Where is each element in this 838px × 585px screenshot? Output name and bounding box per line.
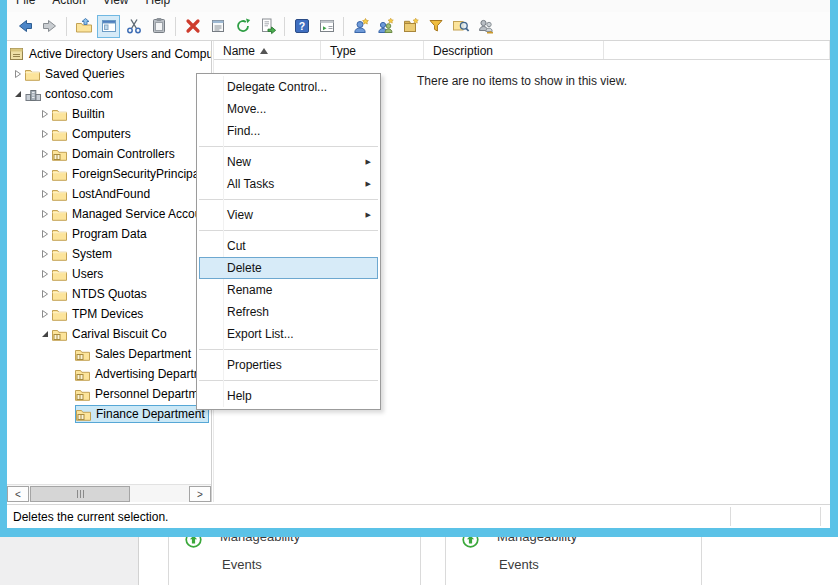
folder-icon <box>52 288 69 301</box>
menu-item-rename[interactable]: Rename <box>197 279 380 301</box>
tree-item-carival-biscuit-co[interactable]: Carival Biscuit Co <box>7 324 211 344</box>
tree-item-computers[interactable]: Computers <box>7 124 211 144</box>
delegate-control-icon[interactable] <box>474 15 497 38</box>
tree-item-label: Active Directory Users and Computers <box>26 46 211 62</box>
tree-horizontal-scrollbar[interactable]: < > <box>7 484 211 502</box>
menu-item-view[interactable]: View▶ <box>197 204 380 226</box>
column-header-type[interactable]: Type <box>321 41 424 59</box>
menu-help[interactable]: Help <box>146 0 171 7</box>
forward-icon[interactable] <box>38 15 61 38</box>
expander-collapsed-icon[interactable] <box>11 69 25 79</box>
folder-icon <box>25 68 42 81</box>
aduc-window: File Action View Help <box>0 0 838 537</box>
expander-collapsed-icon[interactable] <box>38 269 52 279</box>
expander-collapsed-icon[interactable] <box>38 169 52 179</box>
new-user-icon[interactable] <box>349 15 372 38</box>
menu-view[interactable]: View <box>103 0 129 7</box>
tree-item-managed-service-accounts[interactable]: Managed Service Accounts <box>7 204 211 224</box>
column-header-name[interactable]: Name <box>214 41 321 59</box>
domain-icon <box>25 87 42 101</box>
cut-icon[interactable] <box>122 15 145 38</box>
menu-file[interactable]: File <box>16 0 35 7</box>
menu-separator <box>199 349 378 350</box>
expander-collapsed-icon[interactable] <box>38 189 52 199</box>
menu-item-refresh[interactable]: Refresh <box>197 301 380 323</box>
tree-item-domain-controllers[interactable]: Domain Controllers <box>7 144 211 164</box>
folder-icon <box>52 128 69 141</box>
refresh-icon[interactable] <box>231 15 254 38</box>
expander-collapsed-icon[interactable] <box>38 109 52 119</box>
column-header-label: Name <box>223 44 255 58</box>
tree-item-program-data[interactable]: Program Data <box>7 224 211 244</box>
status-text: Deletes the current selection. <box>13 510 168 524</box>
menu-item-label: All Tasks <box>227 177 274 191</box>
expander-collapsed-icon[interactable] <box>38 229 52 239</box>
paste-icon[interactable] <box>147 15 170 38</box>
back-icon[interactable] <box>13 15 36 38</box>
tree-item-finance-department[interactable]: Finance Department <box>7 404 211 424</box>
tree-item-advertising-department[interactable]: Advertising Department <box>7 364 211 384</box>
menu-item-help[interactable]: Help <box>197 385 380 407</box>
expander-collapsed-icon[interactable] <box>38 149 52 159</box>
delete-icon[interactable] <box>181 15 204 38</box>
new-group-icon[interactable] <box>374 15 397 38</box>
tree-item-label: Computers <box>69 126 134 142</box>
ou-folder-icon <box>75 368 92 381</box>
menu-separator <box>199 380 378 381</box>
status-bar-divider <box>820 507 821 526</box>
filter-icon[interactable] <box>424 15 447 38</box>
menu-item-delete[interactable]: Delete <box>199 257 378 279</box>
column-header-description[interactable]: Description <box>424 41 604 59</box>
scrollbar-thumb[interactable] <box>30 486 130 502</box>
expander-expanded-icon[interactable] <box>11 89 25 99</box>
menu-item-export-list[interactable]: Export List... <box>197 323 380 345</box>
menu-action[interactable]: Action <box>52 0 85 7</box>
menu-item-move[interactable]: Move... <box>197 98 380 120</box>
menu-item-find[interactable]: Find... <box>197 120 380 142</box>
expander-collapsed-icon[interactable] <box>38 289 52 299</box>
new-organizational-unit-icon[interactable] <box>399 15 422 38</box>
tree-item-label: Managed Service Accounts <box>69 206 211 222</box>
expander-collapsed-icon[interactable] <box>38 209 52 219</box>
expander-collapsed-icon[interactable] <box>38 309 52 319</box>
tile-events-link[interactable]: Events <box>499 557 539 572</box>
properties-icon[interactable] <box>206 15 229 38</box>
tree-item-domain[interactable]: contoso.com <box>7 84 211 104</box>
background-left-panel <box>0 537 139 585</box>
folder-icon <box>52 208 69 221</box>
tile-events-link[interactable]: Events <box>222 557 262 572</box>
selected-tree-item[interactable]: Finance Department <box>75 405 209 423</box>
tree-item-saved-queries[interactable]: Saved Queries <box>7 64 211 84</box>
tree-item-sales-department[interactable]: Sales Department <box>7 344 211 364</box>
screen: Manageability Events Manageability Event… <box>0 0 838 585</box>
tree-item-tpm-devices[interactable]: TPM Devices <box>7 304 211 324</box>
list-header: Name Type Description <box>214 41 830 60</box>
menu-item-label: New <box>227 155 251 169</box>
tree-item-personnel-department[interactable]: Personnel Department <box>7 384 211 404</box>
tree-item-builtin[interactable]: Builtin <box>7 104 211 124</box>
expander-collapsed-icon[interactable] <box>38 249 52 259</box>
help-icon[interactable]: ? <box>290 15 313 38</box>
menu-item-all-tasks[interactable]: All Tasks▶ <box>197 173 380 195</box>
tree-item-label: Personnel Department <box>92 386 211 402</box>
export-list-icon[interactable] <box>256 15 279 38</box>
expander-collapsed-icon[interactable] <box>38 129 52 139</box>
menu-item-delegate-control[interactable]: Delegate Control... <box>197 76 380 98</box>
ou-folder-icon <box>52 148 69 161</box>
show-console-tree-icon[interactable] <box>97 15 120 38</box>
scroll-left-button[interactable]: < <box>7 486 29 502</box>
scroll-right-button[interactable]: > <box>189 486 211 502</box>
tree-item-ntds-quotas[interactable]: NTDS Quotas <box>7 284 211 304</box>
find-icon[interactable] <box>449 15 472 38</box>
menu-item-cut[interactable]: Cut <box>197 235 380 257</box>
tree-item-lostandfound[interactable]: LostAndFound <box>7 184 211 204</box>
tree-item-foreignsecurityprincipals[interactable]: ForeignSecurityPrincipals <box>7 164 211 184</box>
tree-item-system[interactable]: System <box>7 244 211 264</box>
menu-item-new[interactable]: New▶ <box>197 151 380 173</box>
expander-expanded-icon[interactable] <box>38 329 52 339</box>
menu-item-properties[interactable]: Properties <box>197 354 380 376</box>
tree-item-users[interactable]: Users <box>7 264 211 284</box>
show-action-pane-icon[interactable] <box>315 15 338 38</box>
tree-item-root[interactable]: Active Directory Users and Computers <box>7 44 211 64</box>
up-one-level-icon[interactable] <box>72 15 95 38</box>
